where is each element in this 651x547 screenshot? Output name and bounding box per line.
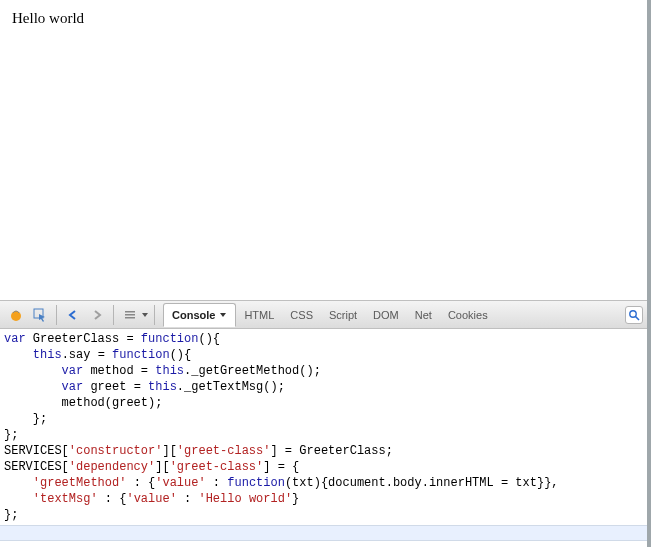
tab-script[interactable]: Script bbox=[321, 304, 365, 326]
tab-console[interactable]: Console bbox=[163, 303, 236, 327]
tab-css[interactable]: CSS bbox=[282, 304, 321, 326]
code-line: 'textMsg' : {'value' : 'Hello world'} bbox=[4, 492, 299, 506]
tab-label: HTML bbox=[244, 309, 274, 321]
search-button[interactable] bbox=[625, 306, 643, 324]
page-content: Hello world bbox=[0, 0, 647, 300]
toolbar-separator bbox=[113, 305, 114, 325]
tab-label: Cookies bbox=[448, 309, 488, 321]
svg-rect-4 bbox=[125, 317, 135, 319]
code-line: var GreeterClass = function(){ bbox=[4, 332, 220, 346]
panel-menu-dropdown[interactable] bbox=[140, 311, 150, 319]
svg-line-6 bbox=[636, 316, 640, 320]
page-body-text: Hello world bbox=[12, 10, 84, 26]
tab-cookies[interactable]: Cookies bbox=[440, 304, 496, 326]
tab-label: Net bbox=[415, 309, 432, 321]
toolbar-separator bbox=[154, 305, 155, 325]
tab-label: Console bbox=[172, 309, 215, 321]
code-line: }; bbox=[4, 428, 18, 442]
code-line: var greet = this._getTextMsg(); bbox=[4, 380, 285, 394]
code-line: var method = this._getGreetMethod(); bbox=[4, 364, 321, 378]
code-line: method(greet); bbox=[4, 396, 162, 410]
code-line: SERVICES['constructor']['greet-class'] =… bbox=[4, 444, 393, 458]
panel-menu-icon[interactable] bbox=[119, 304, 141, 326]
firebug-panel: Console HTML CSS Script DOM bbox=[0, 300, 647, 547]
tab-label: DOM bbox=[373, 309, 399, 321]
code-line: }; bbox=[4, 412, 47, 426]
search-area bbox=[625, 306, 643, 324]
svg-point-0 bbox=[11, 311, 21, 321]
search-icon bbox=[628, 309, 640, 321]
code-line: 'greetMethod' : {'value' : function(txt)… bbox=[4, 476, 559, 490]
console-output[interactable]: var GreeterClass = function(){ this.say … bbox=[0, 329, 647, 547]
inspect-icon[interactable] bbox=[29, 304, 51, 326]
code-line: SERVICES['dependency']['greet-class'] = … bbox=[4, 460, 299, 474]
panel-tabs: Console HTML CSS Script DOM bbox=[163, 301, 625, 328]
tab-net[interactable]: Net bbox=[407, 304, 440, 326]
tab-html[interactable]: HTML bbox=[236, 304, 282, 326]
forward-button[interactable] bbox=[86, 304, 108, 326]
tab-label: CSS bbox=[290, 309, 313, 321]
svg-rect-3 bbox=[125, 314, 135, 316]
svg-point-5 bbox=[630, 310, 636, 316]
tab-label: Script bbox=[329, 309, 357, 321]
code-line: }; bbox=[4, 508, 18, 522]
chevron-down-icon bbox=[219, 311, 227, 319]
firebug-icon[interactable] bbox=[5, 304, 27, 326]
browser-viewport: Hello world bbox=[0, 0, 651, 547]
back-button[interactable] bbox=[62, 304, 84, 326]
console-command-line[interactable] bbox=[0, 525, 647, 541]
tab-dom[interactable]: DOM bbox=[365, 304, 407, 326]
svg-rect-2 bbox=[125, 311, 135, 313]
code-line: this.say = function(){ bbox=[4, 348, 191, 362]
firebug-toolbar: Console HTML CSS Script DOM bbox=[0, 301, 647, 329]
toolbar-separator bbox=[56, 305, 57, 325]
